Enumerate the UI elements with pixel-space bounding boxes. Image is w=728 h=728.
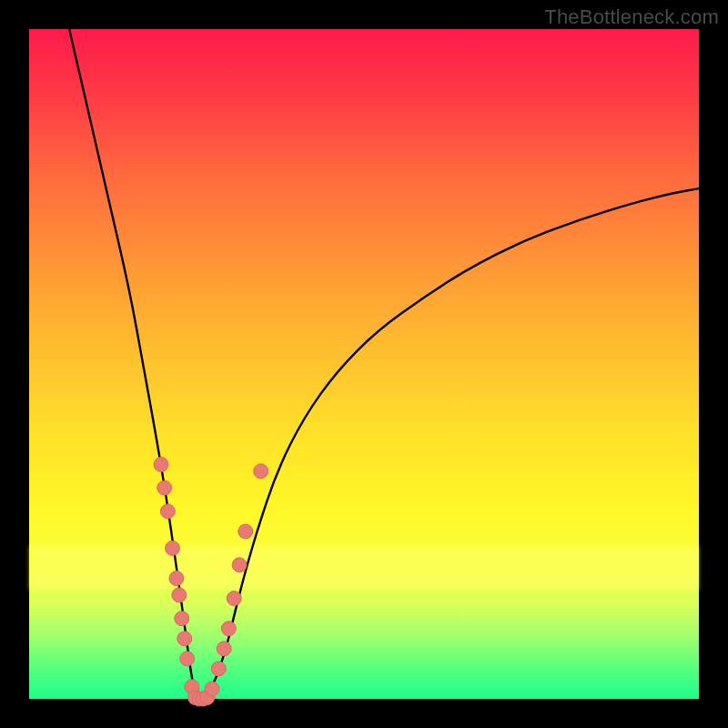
sample-point xyxy=(232,558,247,572)
sample-point xyxy=(166,541,180,555)
curve-layer xyxy=(29,29,699,699)
sample-point xyxy=(217,642,231,656)
sample-point xyxy=(180,652,195,666)
bottleneck-curve xyxy=(69,29,699,699)
sample-point xyxy=(175,612,189,626)
sample-point xyxy=(238,524,253,539)
sample-point xyxy=(160,504,175,519)
chart-root: TheBottleneck.com xyxy=(0,0,728,728)
sample-point xyxy=(157,480,172,495)
sample-markers xyxy=(154,457,268,706)
sample-point xyxy=(154,457,168,471)
sample-point xyxy=(205,682,219,696)
sample-point xyxy=(172,588,187,602)
sample-point xyxy=(169,571,184,586)
sample-point xyxy=(227,592,241,606)
sample-point xyxy=(177,632,192,646)
sample-point xyxy=(211,662,226,676)
sample-point xyxy=(221,622,236,636)
watermark-text: TheBottleneck.com xyxy=(544,5,719,29)
sample-point xyxy=(254,464,268,479)
